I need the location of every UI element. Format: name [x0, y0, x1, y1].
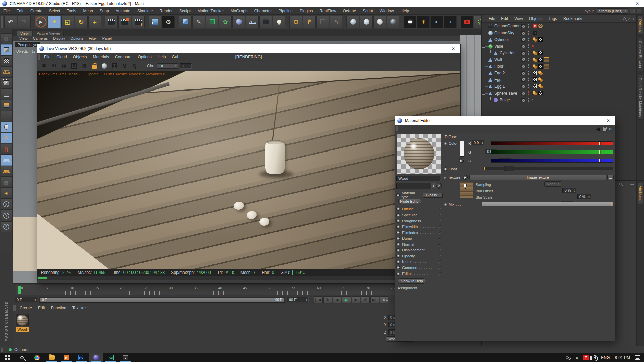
- volume-icon[interactable]: [594, 356, 596, 359]
- channel-row[interactable]: Displacement ✓: [396, 247, 441, 253]
- object-name[interactable]: Cylinder: [500, 51, 515, 55]
- render-settings-icon[interactable]: [79, 62, 89, 70]
- metaball-icon[interactable]: [232, 16, 245, 28]
- object-manager-menu-item[interactable]: Tags: [546, 16, 560, 21]
- close-icon[interactable]: ✕: [631, 0, 644, 7]
- material-manager-menu-item[interactable]: Function: [48, 306, 69, 310]
- tab-picture-viewer[interactable]: Picture Viewer: [33, 31, 64, 36]
- octane-recycle-icon[interactable]: ♻: [289, 16, 302, 28]
- menu-item[interactable]: Octane: [339, 9, 359, 13]
- menu-item[interactable]: Script: [359, 9, 376, 13]
- sculpt-mode-icon[interactable]: ◍: [1, 33, 12, 44]
- object-name[interactable]: Egg.2: [494, 71, 505, 75]
- language-indicator[interactable]: ENG: [601, 355, 610, 360]
- octane-environment-tag-icon[interactable]: ◑: [533, 31, 537, 35]
- slider-handle[interactable]: [611, 203, 612, 205]
- pause-render-icon[interactable]: [59, 62, 69, 70]
- side-tab-team-render[interactable]: Team Render Machines: [638, 75, 643, 120]
- menu-item[interactable]: Plugins: [296, 9, 316, 13]
- cube-primitive-icon[interactable]: [179, 16, 192, 28]
- minimize-icon[interactable]: –: [604, 0, 617, 7]
- go-to-end-button[interactable]: ▶▎: [370, 296, 379, 303]
- search-icon[interactable]: [623, 17, 626, 20]
- radio-icon[interactable]: [396, 207, 400, 211]
- people-icon[interactable]: [566, 356, 570, 359]
- tab-view[interactable]: View: [17, 31, 32, 36]
- loop-cycle-button[interactable]: ↻: [323, 296, 332, 303]
- viewport-menu-item[interactable]: Panel: [100, 36, 114, 40]
- visibility-dots[interactable]: [528, 24, 529, 29]
- maximize-icon[interactable]: □: [433, 45, 447, 52]
- object-manager-menu-item[interactable]: View: [511, 16, 526, 21]
- snap-settings-icon[interactable]: S: [1, 133, 12, 143]
- side-tab-objects[interactable]: Objects: [638, 16, 643, 35]
- grid-icon[interactable]: ⊞: [625, 182, 628, 186]
- camera-object-icon[interactable]: [259, 16, 272, 28]
- material-type-dropdown[interactable]: Glossy: [423, 193, 443, 198]
- radio-icon[interactable]: [396, 260, 400, 264]
- octane-object-tag-icon[interactable]: [533, 51, 537, 55]
- material-editor-titlebar[interactable]: Material Editor – □ ✕: [395, 116, 615, 125]
- radio-icon[interactable]: [396, 219, 400, 223]
- collapse-expander-icon[interactable]: [482, 45, 485, 48]
- object-manager-menu-item[interactable]: Objects: [526, 16, 546, 21]
- menu-item[interactable]: Character: [251, 9, 275, 13]
- visibility-dots[interactable]: [528, 58, 529, 62]
- octane-texture-environment-icon[interactable]: ◐: [430, 16, 443, 28]
- new-window-icon[interactable]: ⊞: [609, 127, 612, 131]
- g-slider[interactable]: [491, 150, 613, 154]
- points-mode-icon[interactable]: [1, 77, 12, 88]
- menu-item[interactable]: Snap: [96, 9, 112, 13]
- texture-expand-icon[interactable]: ▶: [463, 175, 468, 180]
- channel-label[interactable]: Index: [402, 260, 411, 264]
- object-row[interactable]: ↻ Vase ✕: [482, 43, 636, 50]
- radio-icon[interactable]: [396, 248, 400, 252]
- visibility-dots[interactable]: [528, 64, 529, 69]
- taskbar-media-player[interactable]: ▶: [59, 353, 74, 362]
- spline-pen-icon[interactable]: ✎: [192, 16, 205, 28]
- menu-item[interactable]: File: [0, 9, 13, 13]
- object-row[interactable]: OctaneSky ◑: [482, 29, 636, 36]
- coordinate-system-icon[interactable]: ⊞: [1, 188, 12, 199]
- make-preview-icon[interactable]: [149, 16, 161, 28]
- app-titlebar[interactable]: CINEMA 4D R18.057 Studio (RC - R18) - [E…: [0, 0, 644, 7]
- material-name-field[interactable]: Wood: [396, 176, 440, 181]
- channel-label[interactable]: Editor: [402, 272, 412, 276]
- palette-icon[interactable]: [630, 9, 635, 13]
- search-icon[interactable]: [619, 183, 622, 185]
- side-tab-content-browser[interactable]: Content Browser: [638, 38, 643, 71]
- slider-handle[interactable]: [599, 159, 600, 162]
- rotate-tool-icon[interactable]: ↻: [75, 16, 88, 28]
- octane-object-tag-icon[interactable]: [533, 37, 537, 42]
- channel-enabled-check-icon[interactable]: ✓: [438, 254, 441, 258]
- octane-metallic-material-icon[interactable]: [387, 16, 399, 28]
- radio-icon[interactable]: [444, 167, 447, 171]
- disabled-tool-icon[interactable]: ▦: [1, 177, 12, 188]
- channel-enabled-check-icon[interactable]: ✓: [438, 224, 441, 229]
- panel-grip[interactable]: [482, 16, 485, 21]
- light-object-icon[interactable]: [273, 16, 285, 28]
- edges-mode-icon[interactable]: [1, 88, 12, 99]
- radio-icon[interactable]: [396, 193, 400, 197]
- enable-snap-icon[interactable]: U: [1, 144, 12, 155]
- channel-label[interactable]: Displacement: [402, 248, 425, 252]
- material-manager-menu-item[interactable]: Create: [17, 306, 35, 310]
- octane-object-tag-icon[interactable]: [538, 71, 543, 75]
- scale-tool-icon[interactable]: ◱: [61, 16, 74, 28]
- project-settings-icon[interactable]: ⚙: [162, 16, 175, 28]
- channel-label[interactable]: Diffuse: [402, 207, 414, 211]
- next-frame-button[interactable]: ▶: [352, 296, 360, 303]
- channel-row[interactable]: Specular ✓: [396, 212, 441, 218]
- menu-item[interactable]: Pipeline: [275, 9, 296, 13]
- range-bar[interactable]: 0 F 90 F: [40, 298, 284, 302]
- visibility-dots[interactable]: [528, 31, 529, 36]
- expand-color-icon[interactable]: ▶: [459, 158, 464, 163]
- live-viewer-menu-item[interactable]: Cloud: [53, 55, 70, 59]
- object-row[interactable]: Egg.2: [482, 70, 636, 76]
- lock-icon[interactable]: [603, 128, 606, 131]
- menu-item[interactable]: Mesh: [79, 9, 96, 13]
- channel-row[interactable]: Opacity ✓: [396, 253, 441, 259]
- array-generator-icon[interactable]: ✿: [219, 16, 232, 28]
- layer-icon[interactable]: [521, 51, 525, 55]
- focus-picker-icon[interactable]: [119, 62, 129, 70]
